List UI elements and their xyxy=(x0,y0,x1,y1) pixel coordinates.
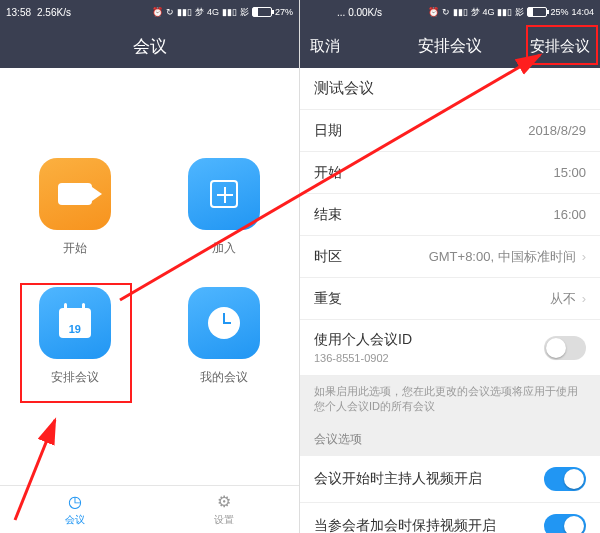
tile-my-meetings[interactable]: 我的会议 xyxy=(150,287,300,386)
sync-icon: ↻ xyxy=(442,7,450,17)
toggle-participant-video[interactable] xyxy=(544,514,586,533)
tile-schedule[interactable]: 19 安排会议 xyxy=(0,287,150,386)
video-icon xyxy=(39,158,111,230)
status-bar: 13:58 2.56K/s ⏰ ↻ ▮▮▯ 梦 4G ▮▮▯ 影 27% xyxy=(0,0,299,24)
row-start[interactable]: 开始 15:00 xyxy=(300,152,600,194)
tab-settings[interactable]: ⚙ 设置 xyxy=(150,486,300,533)
nav-title: 会议 xyxy=(133,35,167,58)
label: 会议开始时主持人视频开启 xyxy=(314,470,482,488)
extra-text: 影 xyxy=(240,6,249,19)
status-speed: 2.56K/s xyxy=(37,7,71,18)
label: 时区 xyxy=(314,248,342,266)
schedule-confirm-button[interactable]: 安排会议 xyxy=(530,37,590,56)
battery-pct: 27% xyxy=(275,7,293,17)
tile-label: 我的会议 xyxy=(200,369,248,386)
nav-bar: 会议 xyxy=(0,24,299,68)
toggle-host-video[interactable] xyxy=(544,467,586,491)
tile-label: 开始 xyxy=(63,240,87,257)
signal-icon: ▮▮▯ xyxy=(177,7,192,17)
toggle-pmi[interactable] xyxy=(544,336,586,360)
row-host-video: 会议开始时主持人视频开启 xyxy=(300,456,600,503)
chevron-right-icon: › xyxy=(582,291,586,306)
row-pmi: 使用个人会议ID 136-8551-0902 xyxy=(300,320,600,376)
tab-label: 会议 xyxy=(65,513,85,527)
label: 日期 xyxy=(314,122,342,140)
clock-tab-icon: ◷ xyxy=(68,492,82,511)
meeting-title-text: 测试会议 xyxy=(314,79,374,98)
extra-text: 影 xyxy=(515,6,524,19)
row-timezone[interactable]: 时区 GMT+8:00, 中国标准时间› xyxy=(300,236,600,278)
nav-bar: 取消 安排会议 安排会议 xyxy=(300,24,600,68)
nav-title: 安排会议 xyxy=(418,36,482,57)
alarm-icon: ⏰ xyxy=(152,7,163,17)
tab-label: 设置 xyxy=(214,513,234,527)
value: GMT+8:00, 中国标准时间 xyxy=(429,248,576,266)
pmi-note: 如果启用此选项，您在此更改的会议选项将应用于使用您个人会议ID的所有会议 xyxy=(300,376,600,423)
gear-icon: ⚙ xyxy=(217,492,231,511)
calendar-icon: 19 xyxy=(39,287,111,359)
row-repeat[interactable]: 重复 从不› xyxy=(300,278,600,320)
section-options: 会议选项 xyxy=(300,423,600,456)
carrier-text: 梦 4G xyxy=(471,6,495,19)
tile-join[interactable]: 加入 xyxy=(150,158,300,257)
tab-bar: ◷ 会议 ⚙ 设置 xyxy=(0,485,299,533)
tab-meeting[interactable]: ◷ 会议 xyxy=(0,486,150,533)
tile-start[interactable]: 开始 xyxy=(0,158,150,257)
value: 15:00 xyxy=(553,165,586,180)
carrier-text: 梦 4G xyxy=(195,6,219,19)
home-content: 开始 加入 19 安排会议 我的会议 ◷ xyxy=(0,68,299,533)
label: 重复 xyxy=(314,290,342,308)
plus-icon xyxy=(188,158,260,230)
sync-icon: ↻ xyxy=(166,7,174,17)
clock-icon xyxy=(188,287,260,359)
status-speed: 0.00K/s xyxy=(348,7,382,18)
chevron-right-icon: › xyxy=(582,249,586,264)
form-content: 测试会议 日期 2018/8/29 开始 15:00 结束 16:00 时区 G… xyxy=(300,68,600,533)
status-time: 14:04 xyxy=(571,7,594,17)
value: 2018/8/29 xyxy=(528,123,586,138)
phone-left: 13:58 2.56K/s ⏰ ↻ ▮▮▯ 梦 4G ▮▮▯ 影 27% 会议 … xyxy=(0,0,300,533)
status-bar: 00:00 ... 0.00K/s ⏰ ↻ ▮▮▯ 梦 4G ▮▮▯ 影 25%… xyxy=(300,0,600,24)
battery-icon xyxy=(527,7,547,17)
row-date[interactable]: 日期 2018/8/29 xyxy=(300,110,600,152)
meeting-title-input[interactable]: 测试会议 xyxy=(300,68,600,110)
tile-label: 加入 xyxy=(212,240,236,257)
value: 从不 xyxy=(550,290,576,308)
tile-label: 安排会议 xyxy=(51,369,99,386)
battery-icon xyxy=(252,7,272,17)
signal-icon: ▮▮▯ xyxy=(453,7,468,17)
label: 使用个人会议ID xyxy=(314,331,412,349)
signal2-icon: ▮▮▯ xyxy=(222,7,237,17)
battery-pct: 25% xyxy=(550,7,568,17)
row-end[interactable]: 结束 16:00 xyxy=(300,194,600,236)
pmi-id: 136-8551-0902 xyxy=(314,352,412,364)
status-time: 13:58 xyxy=(6,7,31,18)
label: 开始 xyxy=(314,164,342,182)
phone-right: 00:00 ... 0.00K/s ⏰ ↻ ▮▮▯ 梦 4G ▮▮▯ 影 25%… xyxy=(300,0,600,533)
label: 当参会者加会时保持视频开启 xyxy=(314,517,496,533)
alarm-icon: ⏰ xyxy=(428,7,439,17)
label: 结束 xyxy=(314,206,342,224)
signal2-icon: ▮▮▯ xyxy=(497,7,512,17)
value: 16:00 xyxy=(553,207,586,222)
cancel-button[interactable]: 取消 xyxy=(310,37,370,56)
row-participant-video: 当参会者加会时保持视频开启 xyxy=(300,503,600,533)
